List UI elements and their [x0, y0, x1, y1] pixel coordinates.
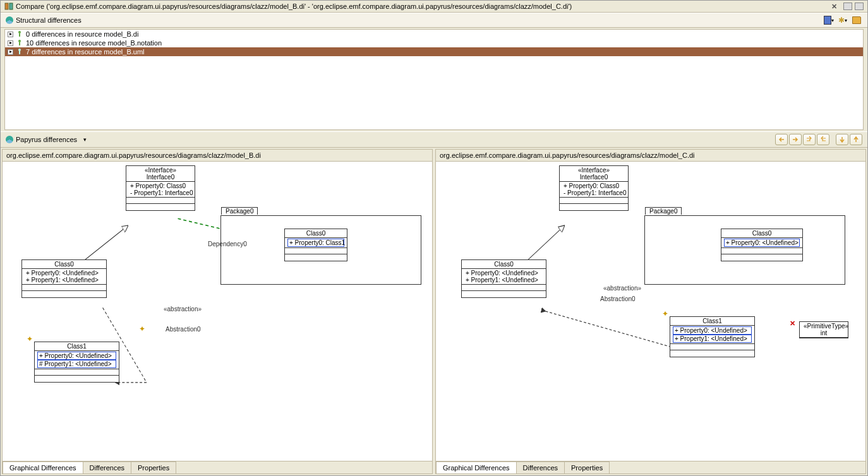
uml-interface[interactable]: «Interface»Interface0 + Property0: Class… — [126, 165, 195, 211]
class-name: Class1 — [35, 342, 119, 351]
open-folder-button[interactable] — [851, 15, 862, 25]
differences-tree[interactable]: ▸ 0 differences in resource model_B.di ▸… — [4, 29, 864, 130]
tab-differences[interactable]: Differences — [516, 461, 565, 473]
resource-icon — [16, 48, 23, 56]
uml-primitive-type[interactable]: «PrimitiveType»int — [799, 321, 848, 338]
property-highlighted[interactable]: + Property0: <Undefined> — [673, 326, 752, 335]
maximize-button[interactable] — [855, 3, 864, 10]
stereotype-label: «Interface» — [145, 167, 176, 174]
right-tabs: Graphical Differences Differences Proper… — [436, 461, 865, 473]
class-name: Class0 — [285, 229, 347, 238]
compare-icon — [4, 2, 13, 11]
abstraction-label: Abstraction0 — [166, 326, 201, 333]
next-diff-button[interactable] — [836, 134, 848, 145]
tab-graphical[interactable]: Graphical Differences — [436, 461, 517, 473]
uml-package[interactable]: Package0 Class0 + Property0: Class1 — [220, 215, 421, 285]
papyrus-title: Papyrus differences — [16, 136, 77, 143]
svg-rect-5 — [19, 42, 20, 45]
copy-right-to-left-button[interactable] — [775, 134, 788, 145]
structural-title: Structural differences — [16, 16, 81, 24]
left-diagram-pane: org.eclipse.emf.compare.diagram.ui.papyr… — [2, 149, 433, 474]
copy-left-to-right-button[interactable] — [789, 134, 802, 145]
minimize-button[interactable] — [843, 3, 852, 10]
diff-marker-icon: ✦ — [662, 309, 668, 316]
expander-icon[interactable]: ▸ — [8, 40, 13, 46]
svg-rect-1 — [9, 3, 13, 9]
property-highlighted[interactable]: + Property0: <Undefined> — [724, 239, 800, 247]
diff-marker-icon: ✦ — [139, 324, 145, 331]
copy-all-left-button[interactable] — [817, 134, 829, 145]
tab-graphical[interactable]: Graphical Differences — [3, 461, 83, 473]
papyrus-icon — [6, 16, 13, 24]
resource-icon — [16, 39, 23, 47]
papyrus-header: Papyrus differences ▾ — [1, 131, 867, 148]
close-editor-button[interactable]: ✕ — [831, 3, 837, 11]
right-canvas[interactable]: «Interface»Interface0 + Property0: Class… — [436, 162, 865, 461]
papyrus-icon — [6, 136, 13, 143]
tab-differences[interactable]: Differences — [83, 461, 131, 473]
left-resource-path: org.eclipse.emf.compare.diagram.ui.papyr… — [3, 150, 432, 162]
uml-class-in-package[interactable]: Class0 + Property0: Class1 — [284, 229, 347, 261]
tree-label: 7 differences in resource model_B.uml — [26, 48, 145, 56]
property-highlighted[interactable]: + Property1: <Undefined> — [673, 335, 752, 343]
resource-icon — [16, 30, 23, 38]
right-resource-path: org.eclipse.emf.compare.diagram.ui.papyr… — [436, 150, 865, 162]
left-canvas[interactable]: «Interface»Interface0 + Property0: Class… — [3, 162, 432, 461]
svg-point-2 — [18, 31, 21, 33]
abstraction-stereo: «abstraction» — [164, 306, 202, 312]
uml-class[interactable]: Class0 + Property0: <Undefined>+ Propert… — [21, 259, 107, 298]
tree-row[interactable]: ▸ 0 differences in resource model_B.di — [5, 30, 863, 39]
uml-class-in-package[interactable]: Class0 + Property0: <Undefined> — [721, 229, 803, 261]
delete-marker-icon: ✕ — [790, 319, 796, 326]
property-highlighted[interactable]: # Property1: <Undefined> — [37, 360, 116, 368]
editor-titlebar: Compare ('org.eclipse.emf.compare.diagra… — [1, 1, 867, 13]
svg-rect-3 — [19, 33, 20, 37]
expander-icon[interactable]: ▸ — [8, 49, 13, 55]
uml-class[interactable]: Class1 + Property0: <Undefined># Propert… — [34, 342, 119, 383]
editor-title: Compare ('org.eclipse.emf.compare.diagra… — [16, 3, 828, 10]
structural-header: Structural differences ▾ ✱▾ — [1, 13, 867, 28]
svg-rect-7 — [19, 51, 20, 54]
package-name: Package0 — [221, 207, 258, 215]
tree-label: 0 differences in resource model_B.di — [26, 30, 138, 38]
diff-marker-icon: ✦ — [27, 335, 33, 341]
dependency-label: Dependency0 — [208, 241, 247, 247]
uml-interface[interactable]: «Interface»Interface0 + Property0: Class… — [559, 165, 629, 211]
property-highlighted[interactable]: + Property0: <Undefined> — [37, 352, 116, 360]
prev-diff-button[interactable] — [850, 134, 862, 145]
save-dropdown-button[interactable]: ▾ — [823, 15, 835, 25]
tree-row[interactable]: ▸ 10 differences in resource model_B.not… — [5, 39, 863, 47]
svg-point-6 — [18, 49, 21, 51]
expander-icon[interactable]: ▸ — [8, 32, 13, 37]
svg-point-4 — [18, 40, 21, 42]
svg-rect-0 — [5, 3, 8, 9]
tree-label: 10 differences in resource model_B.notat… — [26, 39, 162, 47]
class-name: Class0 — [22, 260, 106, 269]
uml-package[interactable]: Package0 Class0 + Property0: <Undefined> — [644, 215, 845, 285]
uml-class[interactable]: Class0 + Property0: <Undefined>+ Propert… — [461, 259, 546, 298]
tab-properties[interactable]: Properties — [131, 461, 176, 473]
left-tabs: Graphical Differences Differences Proper… — [3, 461, 432, 473]
settings-button[interactable]: ✱▾ — [837, 15, 848, 25]
tree-row-selected[interactable]: ▸ 7 differences in resource model_B.uml — [5, 47, 863, 56]
tab-properties[interactable]: Properties — [564, 461, 610, 473]
svg-line-13 — [545, 311, 670, 347]
class-name: Interface0 — [147, 174, 174, 181]
uml-class[interactable]: Class1 + Property0: <Undefined>+ Propert… — [670, 316, 755, 357]
right-diagram-pane: org.eclipse.emf.compare.diagram.ui.papyr… — [435, 149, 866, 474]
copy-all-right-button[interactable] — [803, 134, 816, 145]
dropdown-icon[interactable]: ▾ — [83, 136, 87, 143]
property-highlighted[interactable]: + Property0: Class1 — [287, 239, 344, 247]
